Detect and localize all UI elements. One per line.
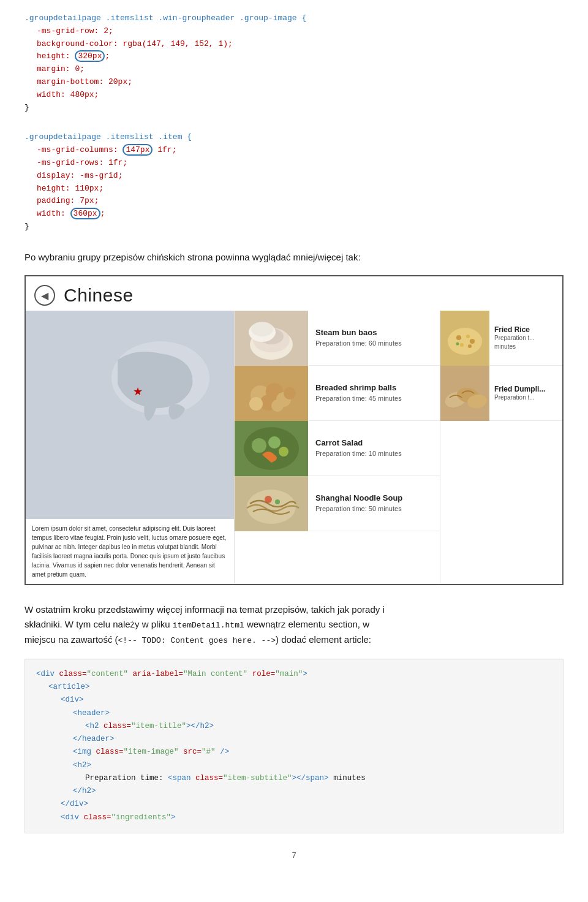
css-prop-margin: margin:	[37, 64, 70, 74]
item-sub-2: Preparation time: 10 minutes	[315, 449, 432, 458]
list-item: Steam bun baos Preparation time: 60 minu…	[235, 311, 440, 366]
list-item-partial-0: Fried Rice Preparation t... minutes	[440, 311, 562, 366]
code-section-1: .groupdetailpage .itemslist .win-grouphe…	[24, 12, 564, 114]
css-prop-msrow: -ms-grid-row:	[37, 26, 99, 36]
item-title-partial-0: Fried Rice	[494, 325, 557, 334]
css-prop-marginbottom: margin-bottom:	[37, 77, 104, 86]
svg-point-21	[279, 447, 288, 457]
css-val-height1: 320px	[75, 50, 105, 62]
css-selector-1: .groupdetailpage .itemslist .win-grouphe…	[24, 13, 306, 23]
app-screenshot: ◀ Chinese ★	[24, 275, 564, 585]
food-image-fried-rice	[440, 311, 489, 366]
item-title-2: Carrot Salad	[315, 438, 432, 447]
food-image-steam-bun	[235, 311, 308, 366]
svg-point-16	[284, 387, 296, 400]
app-left-panel: ★ Lorem ipsum dolor sit amet, consectetu…	[26, 311, 234, 584]
svg-point-25	[275, 499, 280, 504]
html-code-line-1: <article>	[36, 681, 552, 694]
code-section-2: .groupdetailpage .itemslist .item { -ms-…	[24, 131, 564, 233]
prose2-mono1: itemDetail.html	[173, 621, 244, 630]
html-code-line-4: <h2 class="item-title"></h2>	[36, 720, 552, 733]
html-code-line-5: </header>	[36, 733, 552, 746]
app-items-list: Steam bun baos Preparation time: 60 minu…	[234, 311, 440, 584]
code-block-2: .groupdetailpage .itemslist .item { -ms-…	[24, 131, 564, 233]
svg-point-29	[466, 335, 470, 338]
html-code-line-0: <div class="content" aria-label="Main co…	[36, 668, 552, 681]
html-code-line-6: <img class="item-image" src="#" />	[36, 746, 552, 759]
html-code-line-3: <header>	[36, 707, 552, 720]
svg-point-31	[460, 343, 464, 347]
css-prop-width1: width:	[37, 90, 66, 99]
css-brace-1: }	[24, 103, 29, 112]
item-sub-0: Preparation time: 60 minutes	[315, 339, 432, 348]
svg-point-20	[268, 436, 281, 449]
item-sub-1: Preparation time: 45 minutes	[315, 394, 432, 403]
food-image-fried-dumpling	[440, 366, 489, 421]
css-prop-height2: height:	[37, 184, 70, 193]
app-title: Chinese	[64, 285, 134, 306]
svg-point-24	[265, 496, 272, 503]
html-code-line-10: </div>	[36, 798, 552, 811]
item-info-0: Steam bun baos Preparation time: 60 minu…	[308, 323, 440, 353]
item-img-0	[235, 311, 308, 366]
prose-text-1: Po wybraniu grupy przepisów chińskich st…	[24, 251, 564, 265]
css-val-width2: 360px	[70, 208, 100, 219]
prose2-line1: W ostatnim kroku przedstawimy więcej inf…	[24, 604, 385, 615]
item-title-partial-1: Fried Dumpli...	[494, 385, 545, 393]
list-item: Shanghai Noodle Soup Preparation time: 5…	[235, 476, 440, 531]
css-prop-mscols: -ms-grid-columns:	[37, 145, 123, 154]
item-sub-partial-1: Preparation t...	[494, 393, 545, 402]
item-info-2: Carrot Salad Preparation time: 10 minute…	[308, 433, 440, 463]
item-img-2	[235, 421, 308, 476]
food-image-noodle	[235, 476, 308, 531]
list-item: Breaded shrimp balls Preparation time: 4…	[235, 366, 440, 421]
app-body: ★ Lorem ipsum dolor sit amet, consectetu…	[26, 311, 562, 584]
css-prop-display: display:	[37, 171, 75, 180]
prose2-line4: miejscu na zawartość (	[24, 634, 118, 645]
prose-section-2: W ostatnim kroku przedstawimy więcej inf…	[24, 602, 564, 648]
world-map-svg: ★	[26, 311, 234, 470]
svg-point-33	[456, 342, 459, 345]
css-prop-padding: padding:	[37, 196, 75, 205]
svg-point-19	[252, 438, 266, 453]
svg-point-28	[456, 335, 461, 340]
item-img-partial-1	[440, 366, 489, 421]
page-number: 7	[24, 851, 564, 860]
app-map-image: ★	[26, 311, 234, 519]
item-img-partial-0	[440, 311, 489, 366]
item-title-1: Breaded shrimp balls	[315, 383, 432, 392]
css-prop-height1: height:	[37, 51, 75, 61]
svg-point-30	[470, 339, 475, 344]
svg-point-18	[244, 427, 299, 470]
css-prop-bgcolor: background-color:	[37, 39, 118, 48]
svg-text:★: ★	[133, 385, 143, 398]
item-img-1	[235, 366, 308, 421]
prose2-line3: wewnątrz elementu section, w	[244, 619, 369, 629]
css-val-mscols: 147px	[123, 144, 153, 156]
app-header: ◀ Chinese	[26, 276, 562, 311]
prose2-line2: składniki. W tym celu należy w pliku	[24, 619, 173, 629]
code-block-1: .groupdetailpage .itemslist .win-grouphe…	[24, 12, 564, 114]
back-button[interactable]: ◀	[34, 285, 55, 306]
food-image-shrimp	[235, 366, 308, 421]
list-item-partial-1: Fried Dumpli... Preparation t...	[440, 366, 562, 421]
css-selector-2: .groupdetailpage .itemslist .item {	[24, 132, 192, 142]
food-image-carrot	[235, 421, 308, 476]
item-title-3: Shanghai Noodle Soup	[315, 493, 432, 502]
css-prop-width2: width:	[37, 209, 70, 218]
app-items-col2: Fried Rice Preparation t... minutes	[440, 311, 562, 584]
list-item: Carrot Salad Preparation time: 10 minute…	[235, 421, 440, 476]
item-sub-3: Preparation time: 50 minutes	[315, 504, 432, 514]
svg-point-14	[249, 397, 263, 411]
app-lorem-text: Lorem ipsum dolor sit amet, consectetur …	[26, 519, 234, 584]
item-title-0: Steam bun baos	[315, 328, 432, 337]
svg-point-32	[468, 344, 472, 348]
html-code-line-9: </h2>	[36, 785, 552, 798]
html-code-line-7: <h2>	[36, 759, 552, 772]
item-img-3	[235, 476, 308, 531]
prose2-line5: ) dodać element article:	[276, 634, 371, 645]
css-brace-2: }	[24, 222, 29, 231]
html-code-line-11: <div class="ingredients">	[36, 811, 552, 824]
item-info-3: Shanghai Noodle Soup Preparation time: 5…	[308, 488, 440, 518]
svg-point-15	[271, 400, 284, 412]
